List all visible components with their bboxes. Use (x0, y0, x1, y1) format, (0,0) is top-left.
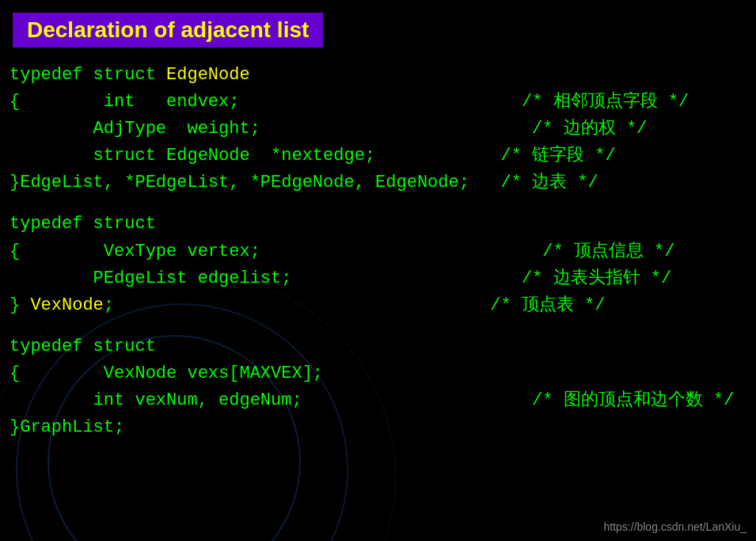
code-line: struct EdgeNode *nextedge; /* 链字段 */ (9, 143, 747, 170)
title-banner: Declaration of adjacent list (13, 13, 323, 48)
code-line: }EdgeList, *PEdgeList, *PEdgeNode, EdgeN… (9, 170, 747, 196)
code-line: { VexType vertex; /* 顶点信息 */ (9, 238, 747, 265)
spacer-1 (9, 196, 747, 211)
code-line: typedef struct (9, 211, 747, 238)
code-token-typename: EdgeNode (166, 62, 250, 89)
spacer-2 (9, 319, 747, 333)
code-token: struct EdgeNode *nextedge; /* 链字段 */ (9, 143, 616, 170)
code-block-graphlist: typedef struct { VexNode vexs[MAXVEX]; i… (9, 333, 747, 441)
code-line: typedef struct EdgeNode (9, 62, 747, 89)
code-token: { VexType vertex; /* 顶点信息 */ (9, 238, 675, 265)
code-line: typedef struct (9, 333, 747, 360)
code-token: typedef struct (9, 62, 166, 89)
watermark: https://blog.csdn.net/LanXiu_ (603, 520, 747, 533)
code-token: AdjType weight; /* 边的权 */ (9, 116, 647, 143)
code-line: int vexNum, edgeNum; /* 图的顶点和边个数 */ (9, 387, 747, 414)
code-token: PEdgeList edgelist; /* 边表头指针 */ (9, 265, 671, 292)
code-area: typedef struct EdgeNode { int endvex; /*… (0, 62, 756, 441)
code-token: { int endvex; /* 相邻顶点字段 */ (9, 89, 689, 116)
code-token: } (9, 292, 30, 319)
code-block-edgenode: typedef struct EdgeNode { int endvex; /*… (9, 62, 747, 196)
code-line: }GraphList; (9, 414, 747, 441)
code-token: }EdgeList, *PEdgeList, *PEdgeNode, EdgeN… (9, 170, 598, 196)
code-block-vexnode: typedef struct { VexType vertex; /* 顶点信息… (9, 211, 747, 318)
code-token: }GraphList; (9, 414, 124, 441)
code-token-typename: VexNode (30, 292, 103, 319)
code-token: ; /* 顶点表 */ (104, 292, 606, 319)
title-wrapper: Declaration of adjacent list (0, 0, 756, 62)
code-token: typedef struct (9, 211, 156, 238)
page-title: Declaration of adjacent list (27, 17, 309, 42)
code-token: { VexNode vexs[MAXVEX]; (9, 360, 323, 387)
code-line: AdjType weight; /* 边的权 */ (9, 116, 747, 143)
code-line: { VexNode vexs[MAXVEX]; (9, 360, 747, 387)
code-line: { int endvex; /* 相邻顶点字段 */ (9, 89, 747, 116)
watermark-text: https://blog.csdn.net/LanXiu_ (603, 520, 747, 533)
code-line: PEdgeList edgelist; /* 边表头指针 */ (9, 265, 747, 292)
code-line: } VexNode; /* 顶点表 */ (9, 292, 747, 319)
code-token: typedef struct (9, 333, 156, 360)
code-token: int vexNum, edgeNum; /* 图的顶点和边个数 */ (9, 387, 734, 414)
